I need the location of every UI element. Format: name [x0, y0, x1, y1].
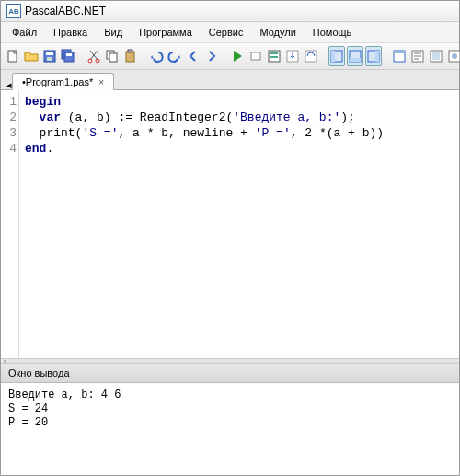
cut-icon[interactable]	[86, 46, 102, 66]
tabs-scroll-left[interactable]: ◂	[6, 79, 10, 83]
svg-rect-29	[432, 52, 440, 60]
code-content[interactable]: begin var (a, b) := ReadInteger2('Введит…	[19, 90, 459, 358]
tab-program1[interactable]: •Program1.pas* ×	[12, 73, 114, 90]
menu-file[interactable]: Файл	[5, 24, 44, 41]
svg-rect-11	[126, 52, 134, 62]
menubar: Файл Правка Вид Программа Сервис Модули …	[1, 22, 459, 43]
svg-point-31	[452, 53, 457, 59]
window-c-icon[interactable]	[428, 46, 444, 66]
svg-rect-0	[8, 51, 17, 62]
app-window: AB PascalABC.NET Файл Правка Вид Програм…	[0, 0, 460, 476]
toolbar	[1, 43, 459, 70]
stop-icon[interactable]	[247, 46, 264, 66]
panel-a-icon[interactable]	[328, 46, 345, 66]
svg-rect-22	[350, 58, 361, 62]
redo-icon[interactable]	[167, 46, 183, 66]
svg-rect-15	[270, 52, 278, 54]
window-b-icon[interactable]	[409, 46, 426, 66]
line-gutter: 1234	[1, 90, 19, 358]
window-a-icon[interactable]	[391, 46, 408, 66]
step-over-icon[interactable]	[303, 46, 319, 66]
compile-icon[interactable]	[266, 46, 282, 66]
tab-label: •Program1.pas*	[22, 76, 93, 87]
open-folder-icon[interactable]	[23, 46, 40, 66]
svg-rect-12	[128, 50, 132, 52]
app-icon: AB	[6, 4, 21, 18]
output-panel-body[interactable]: Введите a, b: 4 6 S = 24 P = 20	[1, 383, 459, 475]
app-title: PascalABC.NET	[25, 5, 106, 17]
save-all-icon[interactable]	[60, 46, 76, 66]
nav-back-icon[interactable]	[185, 46, 201, 66]
menu-view[interactable]: Вид	[97, 24, 130, 41]
svg-rect-2	[46, 52, 53, 55]
panel-b-icon[interactable]	[347, 46, 363, 66]
window-d-icon[interactable]	[446, 46, 460, 66]
close-icon[interactable]: ×	[98, 77, 104, 87]
step-into-icon[interactable]	[284, 46, 301, 66]
tab-bar: ◂ •Program1.pas* ×	[1, 70, 459, 90]
svg-rect-26	[394, 51, 405, 53]
new-file-icon[interactable]	[5, 46, 21, 66]
nav-fwd-icon[interactable]	[203, 46, 220, 66]
menu-program[interactable]: Программа	[132, 24, 200, 41]
undo-icon[interactable]	[148, 46, 165, 66]
svg-rect-16	[270, 56, 278, 58]
svg-rect-24	[375, 51, 379, 62]
titlebar: AB PascalABC.NET	[1, 1, 459, 22]
menu-edit[interactable]: Правка	[46, 24, 95, 41]
save-icon[interactable]	[41, 46, 58, 66]
svg-rect-3	[47, 57, 52, 61]
run-icon[interactable]	[229, 46, 246, 66]
svg-rect-20	[331, 51, 335, 62]
paste-icon[interactable]	[122, 46, 139, 66]
svg-rect-6	[66, 53, 72, 56]
svg-rect-10	[109, 53, 117, 62]
svg-rect-13	[251, 52, 260, 60]
panel-c-icon[interactable]	[365, 46, 382, 66]
menu-help[interactable]: Помощь	[305, 24, 360, 41]
menu-modules[interactable]: Модули	[252, 24, 303, 41]
copy-icon[interactable]	[104, 46, 121, 66]
menu-service[interactable]: Сервис	[201, 24, 251, 41]
code-editor[interactable]: 1234 begin var (a, b) := ReadInteger2('В…	[1, 90, 459, 358]
output-panel-title: Окно вывода	[1, 364, 459, 383]
